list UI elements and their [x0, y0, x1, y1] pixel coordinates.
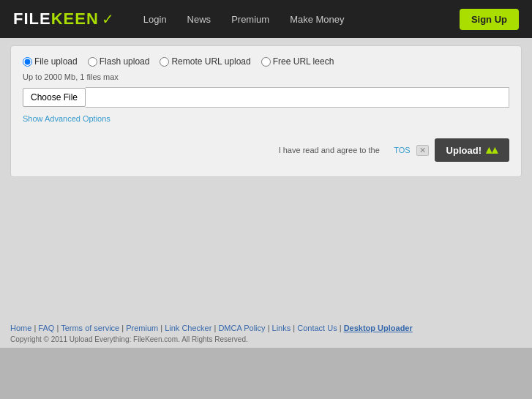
footer-link-desktop-uploader[interactable]: Desktop Uploader [344, 324, 413, 332]
footer-link-premium[interactable]: Premium [126, 324, 158, 332]
radio-remote-url-label: Remote URL upload [171, 56, 250, 67]
logo: FILEKEEN✓ [13, 10, 114, 29]
tos-close-icon[interactable]: ✕ [416, 145, 429, 156]
upload-action-row: I have read and agree to the TOS ✕ Uploa… [23, 138, 509, 162]
main-content: File upload Flash upload Remote URL uplo… [0, 38, 532, 316]
footer-link-faq[interactable]: FAQ [38, 324, 54, 332]
file-input-row: Choose File [23, 87, 509, 108]
upload-button[interactable]: Upload! ▴▴ [435, 138, 509, 162]
tos-agreement-text: I have read and agree to the [279, 146, 380, 154]
upload-panel: File upload Flash upload Remote URL uplo… [10, 45, 522, 177]
upload-button-label: Upload! [446, 145, 482, 156]
radio-flash-upload-label: Flash upload [100, 56, 150, 67]
nav-premium[interactable]: Premium [231, 14, 269, 25]
nav-news[interactable]: News [187, 14, 211, 25]
footer-links: Home | FAQ | Terms of service | Premium … [10, 324, 522, 332]
choose-file-button[interactable]: Choose File [23, 88, 86, 107]
radio-file-upload-input[interactable] [23, 57, 32, 67]
footer-link-contact-us[interactable]: Contact Us [297, 324, 337, 332]
footer-link-tos[interactable]: Terms of service [61, 324, 119, 332]
nav-make-money[interactable]: Make Money [290, 14, 344, 25]
footer-link-link-checker[interactable]: Link Checker [165, 324, 211, 332]
file-limit-info: Up to 2000 Mb, 1 files max [23, 72, 509, 81]
footer-link-links[interactable]: Links [272, 324, 291, 332]
radio-remote-url-upload-input[interactable] [160, 57, 169, 67]
logo-file-text: FILE [13, 10, 51, 29]
advanced-options-link[interactable]: Show Advanced Options [23, 114, 110, 123]
header: FILEKEEN✓ Login News Premium Make Money … [0, 0, 532, 38]
logo-keen-text: KEEN [51, 10, 99, 29]
copyright-text: Copyright © 2011 Upload Everything: File… [10, 335, 522, 343]
nav-login[interactable]: Login [143, 14, 167, 25]
radio-flash-upload-input[interactable] [88, 57, 97, 67]
radio-remote-url-upload[interactable]: Remote URL upload [160, 56, 250, 67]
radio-flash-upload[interactable]: Flash upload [88, 56, 150, 67]
file-path-input[interactable] [86, 87, 509, 108]
radio-free-url-leech-label: Free URL leech [273, 56, 334, 67]
signup-button[interactable]: Sign Up [460, 9, 519, 30]
footer-link-home[interactable]: Home [10, 324, 31, 332]
main-nav: Login News Premium Make Money [143, 14, 460, 25]
footer: Home | FAQ | Terms of service | Premium … [0, 316, 532, 348]
upload-chevrons-icon: ▴▴ [486, 144, 498, 156]
page-background [0, 348, 532, 399]
radio-file-upload-label: File upload [34, 56, 78, 67]
radio-free-url-leech-input[interactable] [261, 57, 271, 67]
upload-type-options: File upload Flash upload Remote URL uplo… [23, 56, 509, 67]
footer-link-dmca[interactable]: DMCA Policy [218, 324, 265, 332]
radio-file-upload[interactable]: File upload [23, 56, 78, 67]
radio-free-url-leech[interactable]: Free URL leech [261, 56, 334, 67]
logo-checkmark-icon: ✓ [102, 10, 114, 28]
tos-link[interactable]: TOS [394, 146, 410, 154]
